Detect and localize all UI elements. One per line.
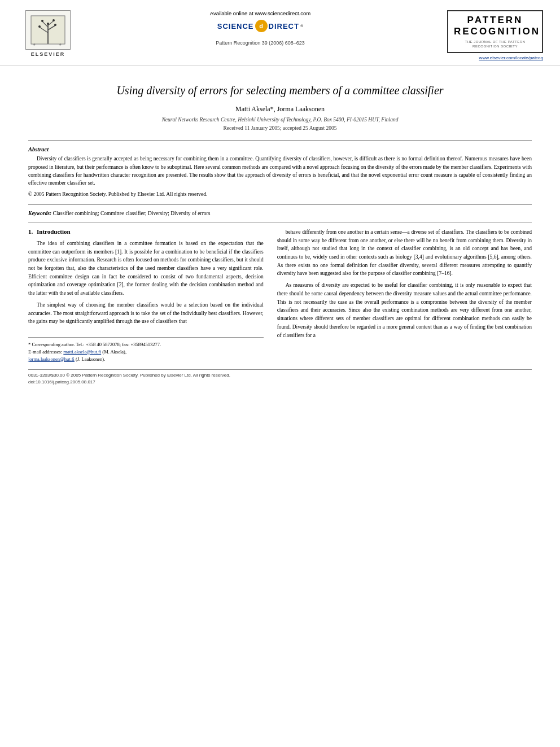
footnote-email2-line: jorma.laaksonen@hut.fi (J. Laaksonen). [28, 356, 264, 363]
intro-paragraph-2: The simplest way of choosing the member … [28, 301, 264, 326]
keywords-line [28, 204, 532, 205]
header-right: PATTERNRECOGNITION THE JOURNAL OF THE PA… [441, 10, 543, 60]
pr-title: PATTERNRECOGNITION [454, 15, 536, 38]
right-paragraph-2: As measures of diversity are expected to… [277, 281, 532, 339]
reg-mark: ® [300, 24, 303, 28]
svg-point-9 [53, 19, 55, 21]
affiliation: Neural Networks Research Centre, Helsink… [28, 117, 532, 123]
direct-text: DIRECT [269, 22, 299, 30]
footnote-email: E-mail addresses: matti.aksela@hut.fi (M… [28, 348, 264, 356]
intro-paragraph-1: The idea of combining classifiers in a c… [28, 239, 264, 298]
authors: Matti Aksela*, Jorma Laaksonen [28, 105, 532, 113]
header: ⚜ ⚜ ELSEVIER Available online at www.sci… [0, 0, 560, 65]
two-col-body: 1. Introduction The idea of combining cl… [28, 228, 532, 362]
keywords-values: Classifier combining; Committee classifi… [53, 211, 211, 216]
direct-circle-icon: d [255, 20, 268, 32]
footer-line1: 0031-3203/$30.00 © 2005 Pattern Recognit… [28, 372, 532, 379]
page: ⚜ ⚜ ELSEVIER Available online at www.sci… [0, 0, 560, 747]
article-title: Using diversity of errors for selecting … [28, 82, 532, 98]
footnote-area: * Corresponding author. Tel.: +358 40 58… [28, 337, 264, 362]
elsevier-tree-icon: ⚜ ⚜ [28, 13, 68, 47]
available-online-text: Available online at www.sciencedirect.co… [210, 10, 310, 16]
footnote-email1-link[interactable]: matti.aksela@hut.fi [63, 349, 101, 355]
footnote-email1-name: (M. Aksela), [102, 349, 126, 355]
footer-line2: doi:10.1016/j.patcog.2005.08.017 [28, 379, 532, 386]
received-date: Received 11 January 2005; accepted 25 Au… [28, 125, 532, 131]
footer-strip: 0031-3203/$30.00 © 2005 Pattern Recognit… [28, 369, 532, 386]
header-left: ⚜ ⚜ ELSEVIER [17, 10, 79, 57]
intro-heading: 1. Introduction [28, 228, 264, 235]
svg-text:⚜: ⚜ [59, 43, 62, 46]
footnote-email-label: E-mail addresses: [28, 349, 62, 355]
svg-point-6 [38, 25, 41, 28]
footnote-star: * Corresponding author. Tel.: +358 40 58… [28, 341, 264, 348]
right-paragraph-1: behave differently from one another in a… [277, 228, 532, 278]
svg-point-7 [54, 24, 56, 26]
copyright-text: © 2005 Pattern Recognition Society. Publ… [28, 190, 532, 198]
sciencedirect-logo: SCIENCE d DIRECT ® [217, 20, 304, 32]
keywords-label: Keywords: [28, 211, 51, 216]
elsevier-label: ELSEVIER [31, 51, 65, 57]
abstract-top-line [28, 140, 532, 141]
keywords: Keywords: Classifier combining; Committe… [28, 209, 532, 217]
body-top-line [28, 222, 532, 222]
footnote-star-text: * Corresponding author. Tel.: +358 40 58… [28, 342, 161, 347]
main-content: Using diversity of errors for selecting … [0, 65, 560, 397]
svg-point-10 [47, 23, 49, 25]
right-column: behave differently from one another in a… [277, 228, 532, 362]
pr-url[interactable]: www.elsevier.com/locate/patcog [479, 55, 543, 60]
elsevier-box: ⚜ ⚜ [25, 10, 71, 50]
svg-point-8 [41, 20, 43, 22]
svg-text:⚜: ⚜ [33, 43, 36, 46]
abstract-heading: Abstract [28, 146, 532, 152]
abstract-text: Diversity of classifiers is generally ac… [28, 155, 532, 187]
left-column: 1. Introduction The idea of combining cl… [28, 228, 264, 362]
footnote-email2-name: (J. Laaksonen). [76, 356, 105, 362]
intro-number: 1. [28, 228, 33, 235]
header-center: Available online at www.sciencedirect.co… [79, 10, 441, 46]
journal-ref: Pattern Recognition 39 (2006) 608–623 [216, 40, 305, 46]
intro-title: Introduction [37, 228, 71, 235]
pattern-recognition-box: PATTERNRECOGNITION THE JOURNAL OF THE PA… [447, 10, 543, 53]
science-text: SCIENCE [217, 22, 254, 30]
footnote-email2-link[interactable]: jorma.laaksonen@hut.fi [28, 356, 75, 362]
pr-subtitle: THE JOURNAL OF THE PATTERN RECOGNITION S… [454, 40, 536, 49]
elsevier-logo: ⚜ ⚜ ELSEVIER [17, 10, 79, 57]
abstract-section: Abstract Diversity of classifiers is gen… [28, 146, 532, 198]
